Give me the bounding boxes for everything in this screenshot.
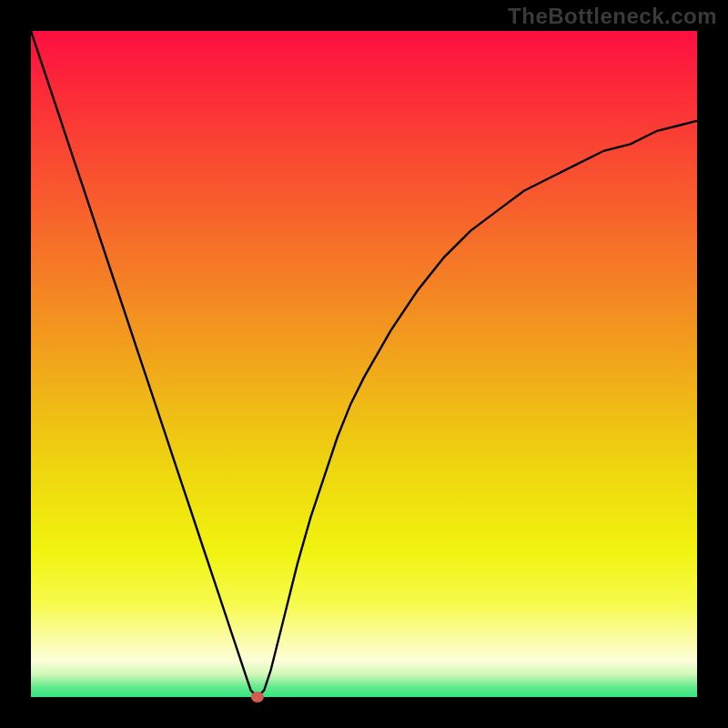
chart-svg — [0, 0, 728, 728]
chart-wrapper: TheBottleneck.com — [0, 0, 728, 728]
watermark-text: TheBottleneck.com — [508, 4, 717, 29]
plot-area — [31, 31, 697, 697]
minimum-marker — [251, 692, 264, 703]
